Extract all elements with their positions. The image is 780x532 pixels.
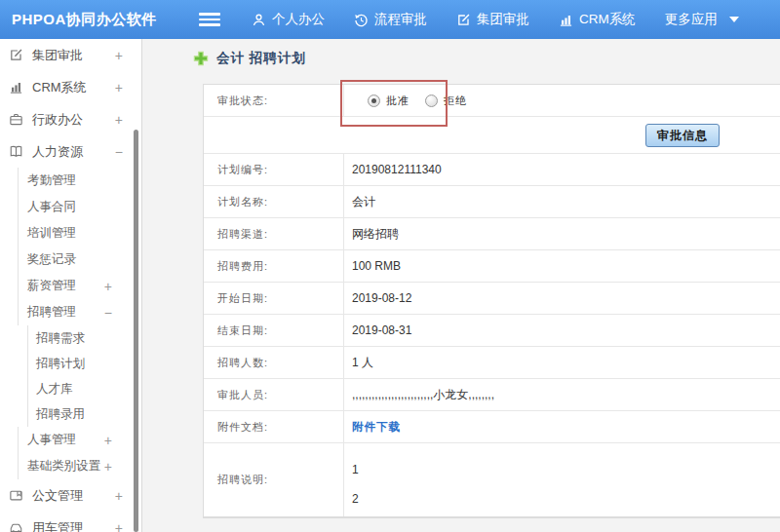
field-row: 审批人员:,,,,,,,,,,,,,,,,,,,,,,,,,小龙女,,,,,,,… — [204, 379, 780, 411]
sidebar-item-label: 人才库 — [36, 381, 141, 398]
sidebar-item-group-approval[interactable]: 集团审批+ — [0, 39, 141, 71]
user-icon — [252, 13, 266, 27]
field-label: 招聘渠道: — [204, 218, 344, 249]
detail-rows: 计划编号:20190812111340计划名称:会计招聘渠道:网络招聘招聘费用:… — [204, 154, 780, 517]
sidebar: 集团审批+CRM系统+行政办公+人力资源−考勤管理人事合同培训管理奖惩记录薪资管… — [0, 39, 142, 532]
sidebar-item-label: 招聘计划 — [36, 356, 141, 372]
sidebar-item-label: 行政办公 — [32, 111, 115, 129]
field-label: 招聘费用: — [204, 250, 344, 282]
field-row: 招聘人数:1 人 — [204, 347, 780, 379]
sidebar-item-personnel-contract[interactable]: 人事合同 — [18, 194, 141, 220]
sidebar-item-label: 人事合同 — [27, 199, 141, 215]
radio-approve[interactable] — [368, 95, 380, 107]
radio-reject[interactable] — [425, 95, 438, 107]
bar-chart-icon — [559, 13, 573, 27]
history-icon — [354, 13, 369, 27]
field-value: ,,,,,,,,,,,,,,,,,,,,,,,,,小龙女,,,,,,,, — [344, 379, 780, 410]
radio-approve-label: 批准 — [386, 94, 410, 108]
sidebar-item-salary-mgmt[interactable]: 薪资管理+ — [18, 273, 141, 299]
sidebar-item-label: 招聘管理 — [27, 304, 104, 321]
sidebar-item-document-mgmt[interactable]: 公文管理+ — [0, 479, 141, 512]
detail-table: 审批状态: 批准 拒绝 审批信息 计划编号:20190812111340计划名称… — [203, 84, 780, 518]
nav-label: 集团审批 — [477, 11, 529, 28]
sidebar-item-crm-system[interactable]: CRM系统+ — [0, 71, 141, 103]
field-value: 2019-08-12 — [344, 283, 780, 314]
sidebar-item-human-resources[interactable]: 人力资源− — [0, 135, 141, 168]
field-row: 附件文档:附件下载 — [204, 411, 780, 443]
sidebar-item-label: 奖惩记录 — [27, 251, 141, 268]
approval-status-row: 审批状态: 批准 拒绝 — [204, 85, 780, 117]
sidebar-item-attendance-mgmt[interactable]: 考勤管理 — [18, 168, 141, 194]
field-value: 100 RMB — [344, 250, 780, 282]
sidebar-item-label: 集团审批 — [32, 47, 115, 64]
field-row: 结束日期:2019-08-31 — [204, 315, 780, 347]
sidebar-item-label: 考勤管理 — [27, 172, 141, 189]
field-row: 招聘说明:1 2 — [204, 443, 780, 517]
field-value: 20190812111340 — [344, 154, 780, 185]
sidebar-item-admin-office[interactable]: 行政办公+ — [0, 103, 141, 135]
plus-icon — [193, 51, 209, 66]
approval-radio-group: 批准 拒绝 — [344, 85, 780, 116]
sidebar-item-label: 人力资源 — [32, 143, 115, 161]
nav-personal-office[interactable]: 个人办公 — [252, 11, 325, 28]
field-label: 附件文档: — [204, 411, 344, 442]
sidebar-item-label: 招聘录用 — [36, 406, 141, 423]
nav-workflow-approval[interactable]: 流程审批 — [354, 11, 427, 28]
sidebar-scrollbar[interactable] — [134, 130, 138, 532]
field-row: 计划编号:20190812111340 — [204, 154, 780, 186]
expand-icon[interactable]: + — [115, 112, 141, 128]
sidebar-item-talent-pool[interactable]: 人才库 — [27, 376, 141, 401]
nav-label: CRM系统 — [579, 11, 636, 28]
field-row: 开始日期:2019-08-12 — [204, 283, 780, 315]
caret-down-icon — [729, 17, 739, 22]
sidebar-item-personnel-mgmt[interactable]: 人事管理+ — [18, 427, 141, 453]
field-value: 会计 — [344, 186, 780, 217]
sidebar-item-label: 招聘需求 — [36, 330, 141, 347]
page-title: 会计 招聘计划 — [193, 50, 306, 67]
sidebar-item-label: 用车管理 — [32, 519, 115, 532]
field-row: 计划名称:会计 — [204, 186, 780, 218]
approval-info-button[interactable]: 审批信息 — [645, 124, 720, 147]
attachment-download-link[interactable]: 附件下载 — [352, 420, 401, 435]
nav-label: 更多应用 — [665, 11, 718, 28]
field-row: 招聘费用:100 RMB — [204, 250, 780, 283]
hamburger-menu-icon[interactable] — [199, 13, 220, 26]
edit-icon — [9, 48, 25, 62]
nav-crm-system[interactable]: CRM系统 — [559, 11, 636, 28]
field-label: 审批状态: — [204, 85, 344, 116]
app-logo: PHPOA协同办公软件 — [12, 11, 189, 29]
sidebar-item-recruitment-mgmt[interactable]: 招聘管理− — [18, 299, 141, 325]
car-icon — [9, 520, 25, 532]
field-label: 计划编号: — [204, 154, 344, 185]
main-content: 会计 招聘计划 审批状态: 批准 拒绝 审批信息 计划编号:2019081211… — [143, 39, 780, 532]
expand-icon[interactable]: + — [115, 80, 141, 95]
field-value: 附件下载 — [344, 411, 780, 442]
sidebar-item-vehicle-mgmt[interactable]: 用车管理+ — [0, 512, 141, 532]
sidebar-item-reward-punishment[interactable]: 奖惩记录 — [18, 247, 141, 273]
top-nav: 个人办公 流程审批 集团审批 CRM系统 更多应用 — [252, 11, 739, 28]
sidebar-item-recruitment-hire[interactable]: 招聘录用 — [27, 401, 141, 427]
field-value: 2019-08-31 — [344, 315, 780, 346]
sidebar-item-basic-category-settings[interactable]: 基础类别设置+ — [18, 453, 141, 479]
sidebar-item-label: CRM系统 — [32, 79, 115, 96]
sidebar-item-label: 基础类别设置 — [27, 458, 104, 475]
topbar: PHPOA协同办公软件 个人办公 流程审批 集团审批 CRM系统 — [0, 0, 780, 39]
page-title-text: 会计 招聘计划 — [216, 50, 306, 67]
sidebar-item-label: 公文管理 — [32, 487, 115, 505]
expand-icon[interactable]: + — [115, 48, 141, 63]
sidebar-item-label: 人事管理 — [27, 432, 104, 448]
sidebar-item-recruitment-plan[interactable]: 招聘计划 — [27, 351, 141, 376]
sidebar-item-training-mgmt[interactable]: 培训管理 — [18, 220, 141, 247]
nav-group-approval[interactable]: 集团审批 — [456, 11, 529, 28]
field-value: 1 人 — [344, 347, 780, 378]
nav-more-apps[interactable]: 更多应用 — [665, 11, 739, 28]
sidebar-item-label: 薪资管理 — [27, 278, 104, 294]
chart-icon — [9, 80, 25, 95]
field-label: 招聘说明: — [204, 443, 344, 516]
sidebar-item-recruitment-demand[interactable]: 招聘需求 — [27, 325, 141, 351]
briefcase-icon — [9, 112, 25, 127]
approval-button-row: 审批信息 — [204, 117, 780, 154]
sidebar-menu: 集团审批+CRM系统+行政办公+人力资源−考勤管理人事合同培训管理奖惩记录薪资管… — [0, 39, 141, 532]
sidebar-item-label: 培训管理 — [27, 225, 141, 242]
field-value: 网络招聘 — [344, 218, 780, 249]
